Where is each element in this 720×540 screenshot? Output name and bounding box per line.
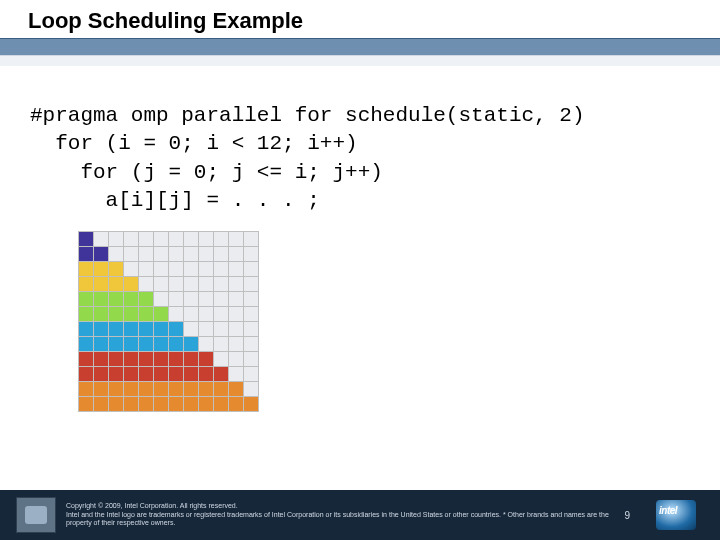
grid-cell [229, 232, 244, 247]
grid-cell [169, 307, 184, 322]
grid-cell [214, 397, 229, 412]
grid-cell [109, 262, 124, 277]
grid-cell [184, 337, 199, 352]
grid-cell [109, 277, 124, 292]
badge-inner [25, 506, 47, 524]
grid-cell [124, 262, 139, 277]
grid-cell [124, 247, 139, 262]
grid-cell [244, 322, 259, 337]
grid-cell [199, 397, 214, 412]
grid-cell [139, 232, 154, 247]
grid-cell [124, 232, 139, 247]
grid-cell [79, 232, 94, 247]
grid-cell [139, 292, 154, 307]
grid-cell [199, 352, 214, 367]
grid-cell [94, 382, 109, 397]
grid-cell [214, 247, 229, 262]
grid-cell [154, 307, 169, 322]
grid-cell [214, 307, 229, 322]
grid-cell [229, 292, 244, 307]
grid-cell [124, 277, 139, 292]
grid-cell [169, 262, 184, 277]
grid-cell [139, 367, 154, 382]
grid-cell [169, 382, 184, 397]
grid-cell [94, 292, 109, 307]
grid-cell [79, 322, 94, 337]
grid-cell [94, 367, 109, 382]
grid-cell [124, 292, 139, 307]
grid-cell [184, 367, 199, 382]
copyright-line: Copyright © 2009, Intel Corporation. All… [66, 502, 616, 510]
grid-cell [244, 292, 259, 307]
grid-cell [154, 337, 169, 352]
grid-cell [139, 307, 154, 322]
grid-cell [109, 382, 124, 397]
grid-cell [184, 232, 199, 247]
footer: Copyright © 2009, Intel Corporation. All… [0, 490, 720, 540]
grid-cell [169, 247, 184, 262]
grid-cell [124, 337, 139, 352]
code-line-2: for (i = 0; i < 12; i++) [30, 132, 358, 155]
grid-cell [79, 277, 94, 292]
grid-cell [79, 247, 94, 262]
grid-cell [79, 397, 94, 412]
grid-cell [214, 277, 229, 292]
code-line-4: a[i][j] = . . . ; [30, 189, 320, 212]
header-substripe [0, 56, 720, 66]
trademark-line: Intel and the Intel logo are trademarks … [66, 511, 616, 528]
grid-cell [184, 397, 199, 412]
grid-cell [109, 352, 124, 367]
grid-cell [79, 352, 94, 367]
grid-cell [244, 232, 259, 247]
grid-cell [244, 367, 259, 382]
grid-cell [124, 367, 139, 382]
grid-cell [244, 277, 259, 292]
grid-cell [109, 337, 124, 352]
grid-cell [244, 262, 259, 277]
code-line-1: #pragma omp parallel for schedule(static… [30, 104, 585, 127]
grid-cell [169, 352, 184, 367]
grid-cell [109, 397, 124, 412]
grid-cell [184, 262, 199, 277]
grid-cell [169, 367, 184, 382]
grid-cell [109, 292, 124, 307]
slide-body: #pragma omp parallel for schedule(static… [0, 66, 720, 412]
grid-cell [109, 247, 124, 262]
grid-cell [139, 262, 154, 277]
grid-cell [124, 322, 139, 337]
grid-cell [139, 352, 154, 367]
grid-cell [169, 292, 184, 307]
header-stripe [0, 38, 720, 56]
grid-cell [94, 322, 109, 337]
grid-cell [109, 367, 124, 382]
grid-cell [169, 397, 184, 412]
grid-cell [94, 337, 109, 352]
grid-cell [154, 292, 169, 307]
grid-cell [244, 307, 259, 322]
grid-cell [214, 352, 229, 367]
grid-cell [199, 262, 214, 277]
grid-cell [94, 247, 109, 262]
grid-cell [184, 382, 199, 397]
grid-cell [154, 397, 169, 412]
grid-cell [154, 277, 169, 292]
grid-cell [229, 322, 244, 337]
grid-cell [229, 352, 244, 367]
grid-cell [199, 307, 214, 322]
grid-cell [94, 352, 109, 367]
grid-cell [139, 397, 154, 412]
grid-cell [139, 337, 154, 352]
intel-chip-icon [656, 500, 696, 530]
code-block: #pragma omp parallel for schedule(static… [30, 102, 700, 215]
grid-cell [199, 232, 214, 247]
grid-cell [169, 277, 184, 292]
grid-cell [214, 382, 229, 397]
grid-cell [169, 322, 184, 337]
grid-cell [214, 292, 229, 307]
grid-cell [199, 337, 214, 352]
grid-cell [94, 397, 109, 412]
grid-cell [124, 397, 139, 412]
grid-cell [229, 262, 244, 277]
grid-cell [94, 277, 109, 292]
grid-cell [244, 382, 259, 397]
